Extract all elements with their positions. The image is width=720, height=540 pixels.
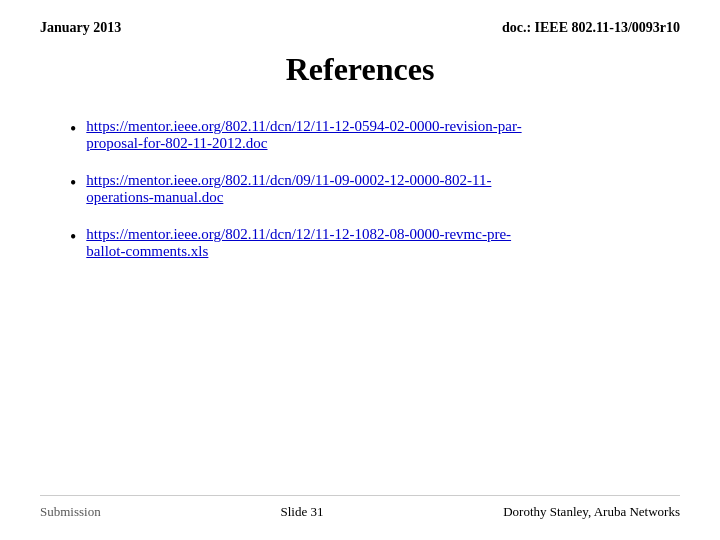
bullet-dot-1: • (70, 119, 76, 140)
bullet-dot-2: • (70, 173, 76, 194)
header-date: January 2013 (40, 20, 121, 36)
reference-link-3[interactable]: https://mentor.ieee.org/802.11/dcn/12/11… (86, 226, 511, 260)
page-title: References (40, 51, 680, 88)
footer-submission: Submission (40, 504, 101, 520)
references-list: • https://mentor.ieee.org/802.11/dcn/12/… (70, 118, 650, 260)
list-item: • https://mentor.ieee.org/802.11/dcn/12/… (70, 226, 650, 260)
list-item: • https://mentor.ieee.org/802.11/dcn/12/… (70, 118, 650, 152)
footer: Submission Slide 31 Dorothy Stanley, Aru… (40, 495, 680, 520)
slide: January 2013 doc.: IEEE 802.11-13/0093r1… (0, 0, 720, 540)
footer-slide-number: Slide 31 (280, 504, 323, 520)
header-doc: doc.: IEEE 802.11-13/0093r10 (502, 20, 680, 36)
bullet-dot-3: • (70, 227, 76, 248)
reference-link-1[interactable]: https://mentor.ieee.org/802.11/dcn/12/11… (86, 118, 521, 152)
reference-link-2[interactable]: https://mentor.ieee.org/802.11/dcn/09/11… (86, 172, 491, 206)
footer-author: Dorothy Stanley, Aruba Networks (503, 504, 680, 520)
content-area: • https://mentor.ieee.org/802.11/dcn/12/… (40, 118, 680, 260)
list-item: • https://mentor.ieee.org/802.11/dcn/09/… (70, 172, 650, 206)
header: January 2013 doc.: IEEE 802.11-13/0093r1… (40, 20, 680, 36)
